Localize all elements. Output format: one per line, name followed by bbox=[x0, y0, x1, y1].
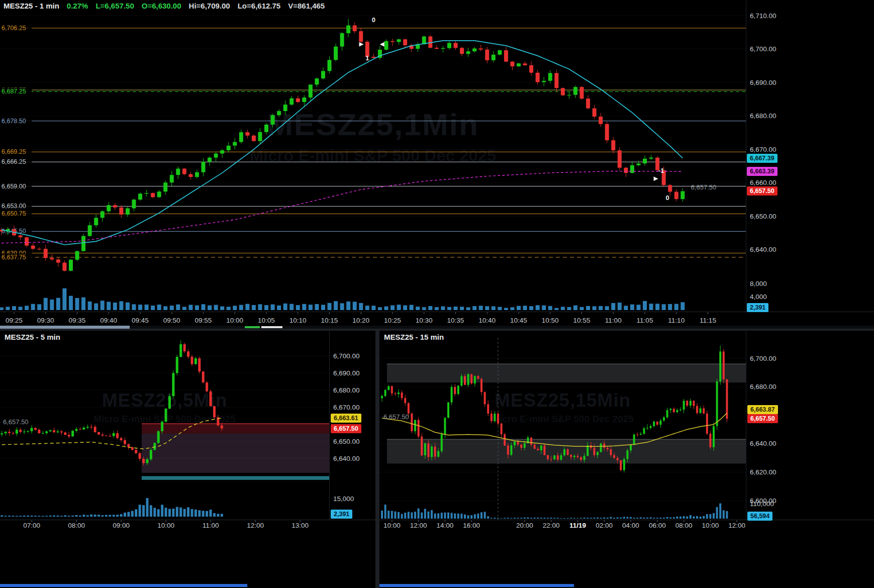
candle-body bbox=[418, 420, 420, 437]
price-level-label: 6,637.75 bbox=[2, 254, 26, 261]
chart-canvas-1min[interactable]: 6,706.256,687.756,687.256,678.506,669.25… bbox=[0, 0, 874, 329]
volume-bar bbox=[179, 508, 182, 517]
candle-body bbox=[19, 430, 22, 432]
chart-canvas-5min[interactable]: 6,657.506,700.006,690.006,680.006,670.00… bbox=[0, 331, 375, 588]
volume-bar bbox=[127, 512, 130, 517]
scrollbar-thumb-1min[interactable] bbox=[0, 326, 130, 329]
candle-body bbox=[593, 448, 595, 455]
candle-body bbox=[8, 432, 11, 433]
candle-body bbox=[94, 427, 96, 432]
scrollbar-thumb-15min[interactable] bbox=[379, 584, 574, 587]
volume-bar bbox=[646, 518, 648, 519]
y-axis-tick-label: 6,640.00 bbox=[333, 455, 360, 462]
volume-bar bbox=[5, 516, 7, 517]
x-axis-tick-label: 06:00 bbox=[649, 522, 666, 529]
volume-bar bbox=[706, 514, 708, 519]
volume-bar bbox=[484, 512, 486, 519]
volume-bar bbox=[422, 307, 426, 310]
candle-body bbox=[441, 434, 443, 451]
volume-bar bbox=[540, 518, 542, 519]
volume-bar bbox=[435, 307, 439, 310]
x-axis-tick-label: 11:15 bbox=[700, 317, 716, 324]
volume-axis-tick-label: 8,000 bbox=[750, 280, 767, 287]
candle-body bbox=[487, 404, 489, 414]
candle-body bbox=[434, 447, 436, 457]
zone-purple bbox=[142, 434, 329, 473]
panel-divider-vertical[interactable] bbox=[375, 331, 379, 588]
candle-body bbox=[593, 108, 597, 117]
volume-bar bbox=[397, 305, 401, 310]
candle-body bbox=[492, 55, 496, 60]
y-axis-tick-label: 6,710.00 bbox=[750, 12, 776, 20]
candle-body bbox=[607, 448, 609, 449]
candle-body bbox=[71, 431, 74, 436]
volume-bar bbox=[34, 516, 37, 517]
volume-bar bbox=[584, 518, 586, 519]
volume-bar bbox=[681, 302, 685, 310]
scrollbar-range-mark bbox=[245, 326, 260, 328]
volume-bar bbox=[239, 305, 243, 310]
volume-bar bbox=[485, 306, 489, 310]
candle-body bbox=[398, 393, 400, 394]
volume-bar bbox=[580, 307, 584, 310]
candle-body bbox=[161, 422, 163, 431]
candle-body bbox=[384, 390, 386, 396]
price-level-label: 6,706.25 bbox=[2, 25, 26, 32]
candle-body bbox=[394, 394, 396, 394]
y-axis-tick-label: 6,640.00 bbox=[750, 440, 776, 447]
candle-body bbox=[153, 443, 156, 450]
candle-body bbox=[507, 446, 509, 455]
volume-bar bbox=[726, 511, 728, 519]
candle-body bbox=[302, 97, 306, 102]
candle-body bbox=[145, 193, 149, 193]
x-axis-tick-label: 10:25 bbox=[384, 317, 401, 324]
candle-body bbox=[79, 429, 81, 430]
volume-bar bbox=[554, 308, 558, 310]
candle-body bbox=[176, 357, 178, 373]
candle-body bbox=[146, 459, 148, 463]
volume-bar bbox=[183, 509, 186, 517]
candle-body bbox=[27, 431, 29, 432]
scrollbar-horizontal-1min[interactable] bbox=[0, 326, 874, 329]
x-axis-tick-label: 11:05 bbox=[637, 317, 653, 324]
candle-body bbox=[716, 381, 718, 426]
candle-body bbox=[681, 191, 685, 199]
x-axis-tick-label: 10:15 bbox=[321, 317, 338, 324]
candle-body bbox=[447, 403, 449, 418]
volume-bar bbox=[421, 513, 423, 519]
x-axis-tick-label: 09:50 bbox=[163, 317, 180, 324]
candle-body bbox=[119, 208, 123, 215]
volume-bar bbox=[479, 306, 483, 310]
volume-bar bbox=[669, 517, 671, 519]
header-last: L=6,657.50 bbox=[95, 2, 134, 10]
volume-bar bbox=[190, 509, 193, 517]
volume-bar bbox=[0, 308, 4, 310]
chart-canvas-15min[interactable]: 6,657.506,700.006,680.006,640.006,620.00… bbox=[379, 331, 874, 588]
candle-body bbox=[49, 430, 52, 431]
volume-bar bbox=[613, 518, 615, 519]
volume-bar bbox=[428, 306, 432, 310]
chart-panel-15min: MESZ25,15Min Micro E-mini S&P 500 Dec 20… bbox=[379, 331, 874, 588]
volume-bar bbox=[464, 515, 466, 519]
volume-bar bbox=[510, 518, 512, 519]
volume-bar bbox=[467, 515, 469, 519]
candle-body bbox=[643, 159, 647, 164]
candle-body bbox=[617, 458, 619, 460]
volume-bar bbox=[573, 306, 577, 310]
volume-bar bbox=[157, 305, 161, 310]
volume-bar bbox=[321, 305, 325, 310]
candle-body bbox=[391, 386, 393, 393]
volume-bar bbox=[132, 304, 136, 310]
header-open: O=6,630.00 bbox=[142, 2, 181, 10]
candle-body bbox=[381, 396, 383, 398]
candle-body bbox=[700, 409, 702, 413]
volume-bar bbox=[548, 306, 552, 310]
price-level-label: 6,669.25 bbox=[2, 148, 26, 155]
candle-body bbox=[25, 237, 29, 246]
volume-bar bbox=[98, 515, 100, 517]
scrollbar-thumb-5min[interactable] bbox=[0, 584, 247, 587]
volume-bar bbox=[16, 516, 18, 517]
volume-bar bbox=[630, 517, 632, 519]
volume-bar bbox=[605, 306, 609, 310]
volume-bar bbox=[233, 306, 237, 310]
